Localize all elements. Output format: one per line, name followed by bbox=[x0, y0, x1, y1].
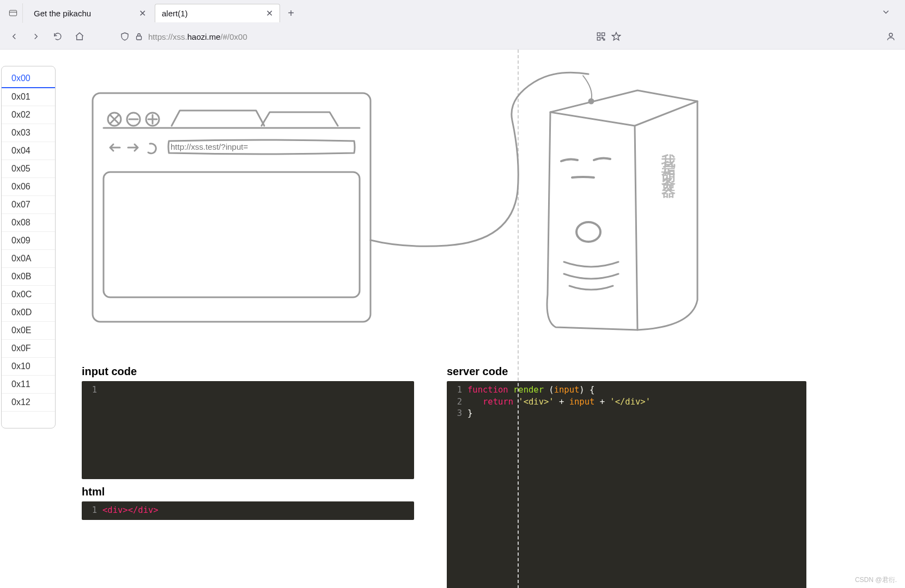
sidebar-item-0x0C[interactable]: 0x0C bbox=[2, 286, 55, 304]
bookmark-star-icon[interactable] bbox=[611, 32, 621, 41]
html-output: 1<div></div> bbox=[82, 501, 414, 520]
browser-chrome: Get the pikachu ✕ alert(1) ✕ + https://x… bbox=[0, 0, 905, 50]
sidebar-item-0x0E[interactable]: 0x0E bbox=[2, 322, 55, 340]
back-button[interactable] bbox=[5, 28, 23, 45]
tab-strip: Get the pikachu ✕ alert(1) ✕ + bbox=[0, 0, 905, 24]
nav-toolbar: https://xss.haozi.me/#/0x00 bbox=[0, 24, 905, 49]
lock-icon bbox=[134, 32, 144, 41]
sidebar-item-0x03[interactable]: 0x03 bbox=[2, 124, 55, 142]
svg-point-22 bbox=[589, 99, 593, 103]
tab-1[interactable]: alert(1) ✕ bbox=[155, 4, 280, 22]
panel-title: server code bbox=[447, 365, 806, 378]
sidebar-item-0x05[interactable]: 0x05 bbox=[2, 160, 55, 178]
sidebar-item-0x0D[interactable]: 0x0D bbox=[2, 304, 55, 322]
svg-rect-7 bbox=[604, 39, 605, 40]
input-code-editor[interactable]: 1 bbox=[82, 381, 414, 479]
svg-rect-5 bbox=[597, 38, 600, 40]
forward-button[interactable] bbox=[27, 28, 45, 45]
sidebar-item-0x09[interactable]: 0x09 bbox=[2, 232, 55, 250]
input-code-panel: input code 1 html 1<div></div> bbox=[82, 365, 414, 588]
sidebar-item-0x02[interactable]: 0x02 bbox=[2, 106, 55, 124]
server-code-panel: server code 1function render (input) { 2… bbox=[447, 365, 806, 588]
svg-point-9 bbox=[889, 33, 892, 36]
qr-icon[interactable] bbox=[596, 32, 606, 41]
sidebar-item-0x04[interactable]: 0x04 bbox=[2, 142, 55, 160]
sidebar-item-0x07[interactable]: 0x07 bbox=[2, 196, 55, 214]
code-panels: input code 1 html 1<div></div> server co… bbox=[82, 365, 817, 588]
tab-overflow-button[interactable] bbox=[881, 7, 891, 19]
sketch-url-input[interactable] bbox=[171, 139, 345, 154]
tab-title: Get the pikachu bbox=[34, 9, 91, 18]
sidebar-item-0x0A[interactable]: 0x0A bbox=[2, 250, 55, 268]
close-icon[interactable]: ✕ bbox=[139, 8, 146, 19]
url-text: https://xss.haozi.me/#/0x00 bbox=[148, 32, 247, 41]
panel-title: html bbox=[82, 486, 414, 498]
home-button[interactable] bbox=[71, 28, 88, 45]
sidebar-item-0x01[interactable]: 0x01 bbox=[2, 88, 55, 106]
app-menu-icon[interactable] bbox=[3, 3, 23, 23]
sidebar-item-0x00[interactable]: 0x00 bbox=[2, 70, 55, 88]
sidebar-item-0x11[interactable]: 0x11 bbox=[2, 376, 55, 394]
page-body: 0x000x010x020x030x040x050x060x070x080x09… bbox=[0, 50, 905, 588]
svg-rect-0 bbox=[9, 10, 16, 16]
tab-0[interactable]: Get the pikachu ✕ bbox=[27, 4, 153, 22]
svg-rect-20 bbox=[104, 172, 360, 297]
sidebar-item-0x06[interactable]: 0x06 bbox=[2, 178, 55, 196]
sidebar-item-0x0B[interactable]: 0x0B bbox=[2, 268, 55, 286]
svg-rect-4 bbox=[602, 33, 605, 35]
new-tab-button[interactable]: + bbox=[282, 4, 300, 22]
account-icon[interactable] bbox=[882, 28, 900, 45]
svg-point-21 bbox=[576, 222, 600, 242]
challenge-sidebar: 0x000x010x020x030x040x050x060x070x080x09… bbox=[1, 66, 56, 428]
server-code-viewer: 1function render (input) { 2 return '<di… bbox=[447, 381, 806, 588]
reload-button[interactable] bbox=[49, 28, 66, 45]
panel-title: input code bbox=[82, 365, 414, 378]
watermark: CSDN @君衍.⠀ bbox=[855, 575, 902, 585]
shield-icon bbox=[120, 32, 130, 41]
sketch-illustration: 我是胡务器 bbox=[82, 71, 801, 354]
sidebar-item-0x10[interactable]: 0x10 bbox=[2, 358, 55, 376]
svg-rect-6 bbox=[602, 38, 603, 39]
svg-marker-8 bbox=[612, 33, 621, 40]
server-label: 我是胡务器 bbox=[659, 142, 678, 180]
svg-rect-2 bbox=[137, 36, 142, 40]
main-content: 我是胡务器 input code 1 html 1<div></div> ser… bbox=[82, 50, 905, 588]
url-bar[interactable]: https://xss.haozi.me/#/0x00 bbox=[114, 27, 627, 46]
sidebar-item-0x12[interactable]: 0x12 bbox=[2, 394, 55, 412]
close-icon[interactable]: ✕ bbox=[266, 8, 273, 19]
sidebar-item-0x0F[interactable]: 0x0F bbox=[2, 340, 55, 358]
sidebar-item-0x08[interactable]: 0x08 bbox=[2, 214, 55, 232]
tab-title: alert(1) bbox=[162, 9, 188, 18]
svg-rect-3 bbox=[597, 33, 600, 35]
